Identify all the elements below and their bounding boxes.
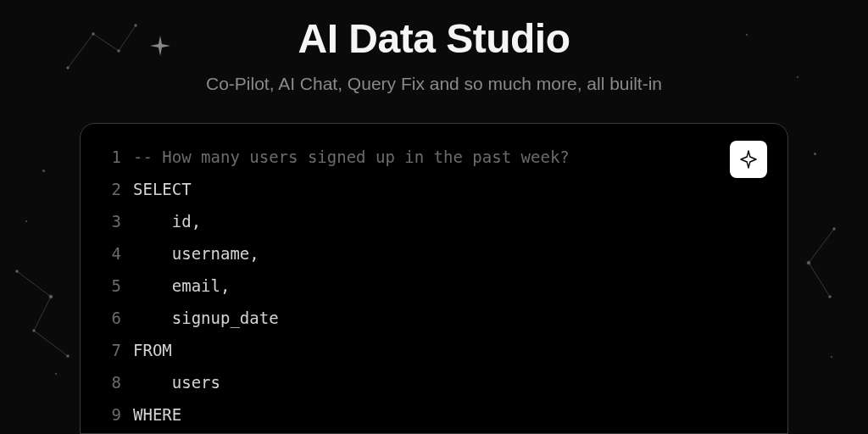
code-line[interactable]: 3 id,	[97, 205, 771, 237]
code-line[interactable]: 8 users	[97, 366, 771, 398]
line-number: 6	[97, 302, 121, 334]
code-text: signup_date	[133, 302, 279, 334]
sparkle-icon	[738, 149, 759, 170]
header: AI Data Studio Co-Pilot, AI Chat, Query …	[0, 0, 868, 94]
constellation-graphic	[8, 263, 85, 373]
line-number: 4	[97, 237, 121, 270]
page-subtitle: Co-Pilot, AI Chat, Query Fix and so much…	[0, 74, 868, 94]
line-number: 7	[97, 334, 121, 366]
line-number: 1	[97, 141, 121, 173]
code-line[interactable]: 9WHERE	[97, 398, 771, 431]
code-area[interactable]: 1-- How many users signed up in the past…	[97, 141, 771, 431]
svg-point-7	[67, 355, 70, 358]
code-text: FROM	[133, 334, 172, 366]
code-line[interactable]: 5 email,	[97, 270, 771, 302]
code-editor[interactable]: 1-- How many users signed up in the past…	[80, 123, 788, 434]
line-number: 3	[97, 205, 121, 237]
svg-point-4	[16, 270, 19, 273]
line-number: 9	[97, 398, 121, 431]
svg-point-5	[49, 295, 53, 298]
code-line[interactable]: 7FROM	[97, 334, 771, 366]
svg-point-9	[807, 261, 810, 264]
ai-assist-button[interactable]	[730, 141, 767, 178]
page-title: AI Data Studio	[0, 15, 868, 62]
code-text: id,	[133, 205, 201, 237]
code-line[interactable]: 1-- How many users signed up in the past…	[97, 141, 771, 173]
constellation-graphic	[783, 220, 851, 322]
svg-point-6	[33, 330, 36, 332]
code-text: WHERE	[133, 398, 181, 431]
code-text: SELECT	[133, 173, 192, 205]
svg-point-8	[833, 228, 836, 231]
svg-point-10	[829, 296, 832, 298]
code-line[interactable]: 4 username,	[97, 237, 771, 270]
code-text: username,	[133, 237, 259, 270]
code-line[interactable]: 6 signup_date	[97, 302, 771, 334]
code-line[interactable]: 2SELECT	[97, 173, 771, 205]
code-text: -- How many users signed up in the past …	[133, 141, 570, 173]
code-text: users	[133, 366, 220, 398]
line-number: 2	[97, 173, 121, 205]
code-text: email,	[133, 270, 230, 302]
line-number: 8	[97, 366, 121, 398]
line-number: 5	[97, 270, 121, 302]
